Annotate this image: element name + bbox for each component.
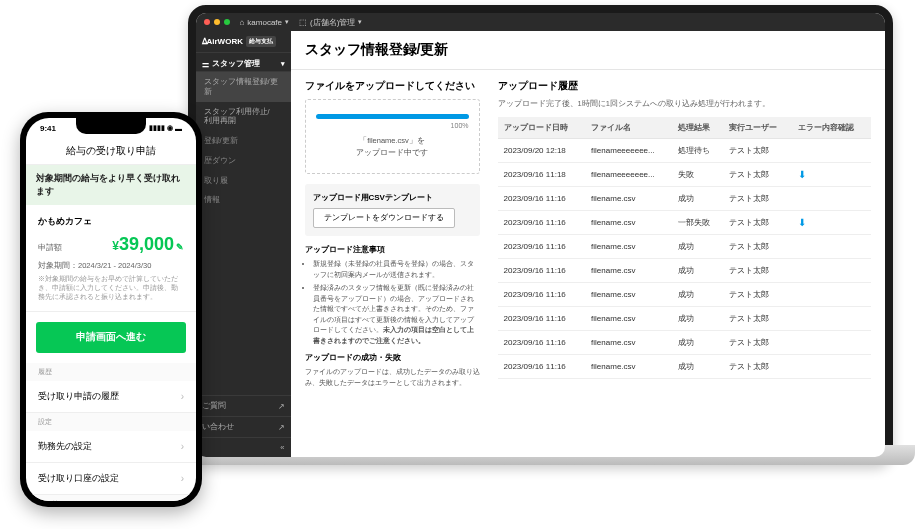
- app-titlebar: ⌂ kamocafe ▾ ⬚ (店舗名)管理 ▾: [196, 13, 885, 31]
- upload-percent: 100%: [316, 122, 469, 129]
- sidebar: ᐃ AirWORK 給与支払 ⚌ スタッフ管理 ▾ スタッフ情報登録/更新 スタ…: [196, 31, 291, 457]
- chevron-down-icon: ▾: [285, 18, 289, 26]
- table-row: 2023/09/16 11:18filenameeeeeee...失敗テスト太郎…: [498, 163, 871, 187]
- sidebar-item-partial-4[interactable]: 情報: [196, 190, 291, 210]
- window-maximize[interactable]: [224, 19, 230, 25]
- list-item-workplace[interactable]: 勤務先の設定›: [26, 431, 196, 463]
- external-link-icon: ↗: [278, 423, 285, 432]
- sidebar-item-partial-1[interactable]: 登録/更新: [196, 131, 291, 151]
- template-box: アップロード用CSVテンプレート テンプレートをダウンロードする: [305, 184, 480, 236]
- upload-section-title: ファイルをアップロードしてください: [305, 80, 480, 93]
- table-header: 実行ユーザー: [723, 117, 792, 139]
- download-template-button[interactable]: テンプレートをダウンロードする: [313, 208, 455, 228]
- collapse-icon: «: [280, 443, 284, 452]
- notes-body-1: 新規登録（未登録の社員番号を登録）の場合、スタッフに初回案内メールが送信されます…: [305, 259, 480, 346]
- chevron-right-icon: ›: [181, 441, 184, 452]
- notes-heading-2: アップロードの成功・失敗: [305, 352, 480, 363]
- table-header: 処理結果: [672, 117, 723, 139]
- phone-notch: [76, 118, 146, 134]
- template-title: アップロード用CSVテンプレート: [313, 192, 472, 203]
- sidebar-item-register[interactable]: スタッフ情報登録/更新: [196, 72, 291, 102]
- request-card: かもめカフェ 申請額 ¥39,000✎ 対象期間：2024/3/21 - 202…: [26, 205, 196, 312]
- table-header: ファイル名: [585, 117, 672, 139]
- store-icon: ⬚: [299, 18, 307, 27]
- upload-dropzone[interactable]: 100% 「filename.csv」を アップロード中です: [305, 99, 480, 174]
- window-close[interactable]: [204, 19, 210, 25]
- status-time: 9:41: [40, 124, 56, 133]
- people-icon: ⚌: [202, 60, 209, 69]
- phone-page-title: 給与の受け取り申請: [26, 138, 196, 165]
- signal-icon: ▮▮▮▮: [149, 124, 165, 132]
- sidebar-item-partial-3[interactable]: 取り履: [196, 171, 291, 191]
- home-icon: ⌂: [240, 18, 245, 27]
- table-row: 2023/09/16 11:16filename.csv成功テスト太郎: [498, 259, 871, 283]
- phone-banner: 対象期間の給与をより早く受け取れます: [26, 165, 196, 205]
- app-logo: ᐃ AirWORK 給与支払: [196, 31, 291, 53]
- notes-heading-1: アップロード注意事項: [305, 244, 480, 255]
- table-row: 2023/09/16 11:16filename.csv成功テスト太郎: [498, 283, 871, 307]
- download-error-icon[interactable]: ⬇: [798, 169, 806, 180]
- table-header: アップロード日時: [498, 117, 586, 139]
- chevron-down-icon: ▾: [358, 18, 362, 26]
- table-header: エラー内容確認: [792, 117, 870, 139]
- sidebar-contact[interactable]: い合わせ↗: [196, 416, 291, 437]
- history-subtitle: アップロード完了後、1時間に1回システムへの取り込み処理が行われます。: [498, 99, 871, 109]
- main-content: スタッフ情報登録/更新 ファイルをアップロードしてください 100% 「file…: [291, 31, 885, 457]
- external-link-icon: ↗: [278, 402, 285, 411]
- list-item-history[interactable]: 受け取り申請の履歴›: [26, 381, 196, 413]
- chevron-down-icon: ▾: [281, 60, 285, 68]
- edit-icon[interactable]: ✎: [176, 242, 184, 252]
- laptop-mockup: ⌂ kamocafe ▾ ⬚ (店舗名)管理 ▾ ᐃ AirWORK 給与支払: [165, 5, 915, 510]
- amount-value: ¥39,000✎: [112, 234, 184, 255]
- table-row: 2023/09/16 11:16filename.csv成功テスト太郎: [498, 355, 871, 379]
- account-switcher[interactable]: ⌂ kamocafe ▾: [240, 18, 290, 27]
- section-label-settings: 設定: [26, 413, 196, 431]
- section-label-other: その他: [26, 495, 196, 501]
- download-error-icon[interactable]: ⬇: [798, 217, 806, 228]
- phone-mockup: 9:41 ▮▮▮▮ ◉ ▬ 給与の受け取り申請 対象期間の給与をより早く受け取れ…: [20, 112, 202, 507]
- sidebar-section-staff[interactable]: ⚌ スタッフ管理 ▾: [196, 53, 291, 72]
- table-row: 2023/09/16 11:16filename.csv成功テスト太郎: [498, 187, 871, 211]
- table-row: 2023/09/16 11:16filename.csv一部失敗テスト太郎⬇: [498, 211, 871, 235]
- chevron-right-icon: ›: [181, 473, 184, 484]
- description-text: ※対象期間の給与をお早めで計算していただき、申請額に入力してください。申請後、勤…: [38, 274, 184, 301]
- sidebar-collapse[interactable]: «: [196, 437, 291, 457]
- section-label-history: 履歴: [26, 363, 196, 381]
- sidebar-item-partial-2[interactable]: 歴ダウン: [196, 151, 291, 171]
- sidebar-faq[interactable]: ご質問↗: [196, 395, 291, 416]
- wifi-icon: ◉: [167, 124, 173, 132]
- shop-name: かもめカフェ: [38, 215, 184, 228]
- table-row: 2023/09/16 11:16filename.csv成功テスト太郎: [498, 307, 871, 331]
- store-switcher[interactable]: ⬚ (店舗名)管理 ▾: [299, 17, 362, 28]
- history-title: アップロード履歴: [498, 80, 871, 93]
- battery-icon: ▬: [175, 125, 182, 132]
- list-item-account[interactable]: 受け取り口座の設定›: [26, 463, 196, 495]
- upload-progress: [316, 114, 469, 119]
- table-row: 2023/09/20 12:18filenameeeeeee...処理待ちテスト…: [498, 139, 871, 163]
- upload-history-table: アップロード日時ファイル名処理結果実行ユーザーエラー内容確認 2023/09/2…: [498, 117, 871, 379]
- proceed-button[interactable]: 申請画面へ進む: [36, 322, 186, 353]
- notes-body-2: ファイルのアップロードは、成功したデータのみ取り込み、失敗したデータはエラーとし…: [305, 367, 480, 388]
- chevron-right-icon: ›: [181, 391, 184, 402]
- upload-status-text: 「filename.csv」を アップロード中です: [316, 135, 469, 159]
- period-text: 対象期間：2024/3/21 - 2024/3/30: [38, 261, 184, 271]
- amount-label: 申請額: [38, 242, 62, 253]
- table-row: 2023/09/16 11:16filename.csv成功テスト太郎: [498, 331, 871, 355]
- window-minimize[interactable]: [214, 19, 220, 25]
- table-row: 2023/09/16 11:16filename.csv成功テスト太郎: [498, 235, 871, 259]
- page-title: スタッフ情報登録/更新: [291, 31, 885, 70]
- sidebar-item-suspend[interactable]: スタッフ利用停止/ 利用再開: [196, 102, 291, 132]
